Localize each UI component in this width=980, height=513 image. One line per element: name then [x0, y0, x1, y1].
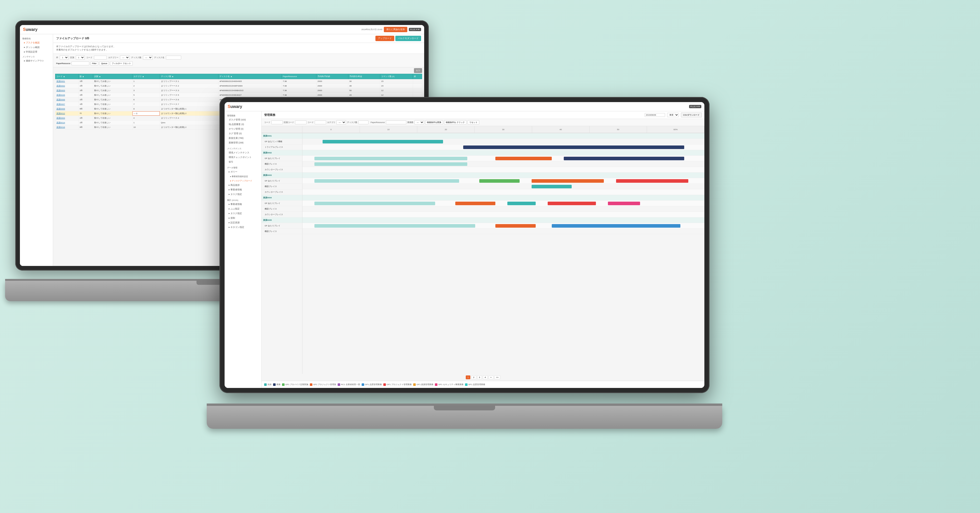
- td-code[interactable]: 資源0004: [56, 116, 79, 120]
- app2-item-tag[interactable]: タグ 管理 (0): [224, 131, 261, 136]
- app2-item-provider2[interactable]: ▸ 事業者情報: [224, 188, 261, 192]
- app1-paperresource-label: PaperResource: [56, 62, 70, 65]
- app1-logo: Suwary: [23, 27, 38, 32]
- sidebar1-item4[interactable]: ▸ 連絡サインアウト: [20, 59, 53, 63]
- app2-item-temp[interactable]: 仮引: [224, 160, 261, 164]
- legend-dot1: [264, 383, 267, 386]
- legend-item2: 業務: [273, 383, 280, 386]
- app1-filter-btn2[interactable]: Queue: [99, 62, 109, 65]
- app2-page-2[interactable]: 2: [471, 376, 476, 379]
- col-command: コマンド数 (#): [380, 74, 413, 79]
- legend-label4: GP1 プロジェクト管理策: [313, 383, 336, 386]
- app2-item-agg4[interactable]: ▸ 規制: [224, 216, 261, 220]
- app1-paperresource-input[interactable]: [72, 62, 89, 65]
- app2-type-select[interactable]: 事業: [667, 113, 679, 117]
- gantt-row-g3a: [302, 178, 704, 184]
- gantt-label3b: 機器プレイス: [262, 184, 302, 190]
- app2-item-manage[interactable]: 業務管理 (208): [224, 141, 261, 145]
- sidebar1-section2: メンテナンス: [20, 54, 53, 59]
- app1-filter-category[interactable]: —: [120, 56, 130, 60]
- app2-item-env[interactable]: 環境メインテナンス: [224, 151, 261, 155]
- td-res3: 36: [348, 83, 380, 88]
- app2-page-4[interactable]: 4: [483, 376, 487, 379]
- app2-page-1[interactable]: 1: [466, 376, 470, 379]
- td-code[interactable]: 資源0012: [56, 111, 79, 116]
- td-paper: APM09950/2015/406P43909: [218, 83, 282, 88]
- app1-filter-code[interactable]: [94, 56, 107, 59]
- app2-item-agg3[interactable]: ▸ タスク指定: [224, 211, 261, 216]
- sidebar1-item3[interactable]: ▸ 学習設定理: [20, 50, 53, 54]
- app2-paperresource-input[interactable]: [386, 121, 406, 124]
- legend-item6: GP1 品質管理業務: [362, 383, 382, 386]
- app2-page-3[interactable]: 3: [477, 376, 482, 379]
- td-end: [413, 92, 422, 97]
- app2-date-input[interactable]: [645, 113, 665, 117]
- app2-item-gallery[interactable]: ▸ ガリー: [224, 170, 261, 174]
- app1-filter-btn1[interactable]: Filter: [90, 62, 99, 65]
- td-code[interactable]: 資源0007: [56, 102, 79, 107]
- app2-item-progress[interactable]: ▸ 商品進捗: [224, 183, 261, 188]
- app2-item-provider[interactable]: ▸ 事業者別規約設定: [224, 174, 261, 178]
- laptop2-screen: Suwary PLUS ✦▼ 管理業務 ダスク管理 (420) 地 品質審査 (…: [224, 102, 704, 388]
- app1-desc1: 本ファイルのアップロードはCSVのみとなっております。: [56, 45, 421, 48]
- td-code[interactable]: 資源0014: [56, 120, 79, 125]
- app2-filter-country[interactable]: [295, 121, 307, 124]
- td-code[interactable]: 資源0001: [56, 79, 79, 83]
- td-code[interactable]: 資源0026: [56, 92, 79, 97]
- app2-item-task[interactable]: ▸ タスク指定: [224, 192, 261, 197]
- app1-filter-diskname[interactable]: [166, 56, 181, 59]
- app2-gantt-content: 資源0001 GP あなリンド機種 トライアルプレイス 資源0002 GP あた…: [262, 126, 704, 374]
- app1-export-btn[interactable]: 出力: [414, 68, 422, 73]
- app1-filter-page[interactable]: 1: [76, 56, 85, 60]
- app1-upload-btn[interactable]: アップロード: [375, 36, 394, 41]
- td-code[interactable]: 資源0006: [56, 97, 79, 102]
- app1-download-btn[interactable]: バルクモダンロード: [395, 36, 421, 41]
- legend-label10: GP1 品質管理業務: [468, 383, 485, 386]
- app2-tasknum-select[interactable]: —: [414, 120, 424, 124]
- app2-item-ouji[interactable]: オウジ管理 (0): [224, 127, 261, 131]
- app2-filter-label5: ディスク数: [347, 121, 357, 124]
- app2-page-last[interactable]: >>: [494, 376, 500, 379]
- app2-item-agg1[interactable]: ▸ 事業者情報: [224, 202, 261, 207]
- td-code[interactable]: 資源0002: [56, 83, 79, 88]
- gantt-bar-g3a-4: [616, 179, 689, 183]
- sidebar1-item1[interactable]: ▸ ブスクを確認: [20, 41, 53, 45]
- app1-new-btn[interactable]: 新たに異論を追加: [384, 27, 407, 32]
- app1-filter-reset[interactable]: フィルター リセット: [110, 61, 132, 65]
- app2-item-agg6[interactable]: ▸ ネタゴン指定: [224, 225, 261, 230]
- app2-reset-btn[interactable]: リセット: [468, 120, 479, 124]
- td-code[interactable]: 資源0009: [56, 107, 79, 111]
- gantt-bar-g5a-3: [552, 224, 680, 228]
- app2-search-btn1[interactable]: 検索条件を変換: [425, 120, 443, 124]
- sidebar1-item2[interactable]: ▸ ダッシュ確認: [20, 45, 53, 50]
- td-cat-input[interactable]: [136, 112, 142, 115]
- app2-item-agg2[interactable]: ▸ ぶぶ指定: [224, 207, 261, 211]
- app2-search-btn2[interactable]: 検索条件を クリック: [444, 120, 466, 124]
- gantt-row-g3c: [302, 190, 704, 195]
- app1-upload-desc: 本ファイルのアップロードはCSVのみとなっております。 本番内のをダブルクリック…: [53, 43, 424, 54]
- col-code: コード ▲: [56, 74, 79, 79]
- gantt-label5b: 機器プレイス: [262, 229, 302, 234]
- app1-header: Suwary 2019年01月27日 15:43 新たに異論を追加 PLUS ✦…: [20, 25, 424, 34]
- app2-filter-code2[interactable]: [315, 121, 326, 124]
- gantt-row-g2b: [302, 161, 704, 167]
- td-trial: 集やしてみ進しい: [93, 92, 132, 97]
- app2-item-agg5[interactable]: ▸ 設定資源: [224, 220, 261, 225]
- app2-filter-code[interactable]: [271, 121, 283, 124]
- app2-item-check[interactable]: 環境チェックポイント: [224, 155, 261, 160]
- td-code[interactable]: 資源0003: [56, 88, 79, 92]
- gantt-bar-g5a-2: [495, 224, 536, 228]
- app1-filter-disk[interactable]: —: [143, 56, 153, 60]
- app2-export-btn[interactable]: CSVダウンロード: [681, 113, 702, 117]
- td-disk: Qrex: [160, 120, 218, 125]
- app2-item-disk[interactable]: ダスク管理 (420): [224, 118, 261, 122]
- td-code[interactable]: 資源0016: [56, 125, 79, 129]
- app1-filter-count[interactable]: 1: [60, 56, 68, 60]
- app2-item-upload[interactable]: ▸ ディスクアップロード: [224, 178, 261, 183]
- app2-item-new[interactable]: 新規生業 (780): [224, 136, 261, 141]
- gantt-row-g2c: [302, 167, 704, 172]
- app2-page-next[interactable]: »: [489, 376, 493, 379]
- app2-filter-cat[interactable]: —: [336, 120, 346, 124]
- app2-item-quality[interactable]: 地 品質審査 (0): [224, 122, 261, 127]
- app2-filter-disknum[interactable]: [358, 121, 369, 124]
